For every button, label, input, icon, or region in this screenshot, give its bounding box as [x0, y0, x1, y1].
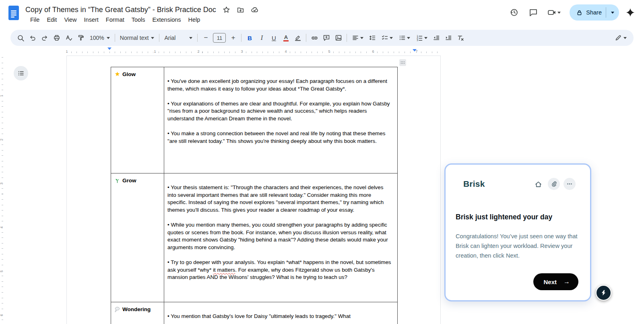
arrow-right-icon: →: [564, 278, 570, 285]
table-drag-handle[interactable]: [399, 59, 406, 66]
text-color-swatch: [283, 40, 289, 41]
insert-image-icon[interactable]: [333, 32, 344, 43]
insert-link-icon[interactable]: [309, 32, 320, 43]
add-comment-icon[interactable]: [321, 32, 332, 43]
share-dropdown[interactable]: [606, 4, 619, 21]
wondering-content-cell[interactable]: • You mention that Gatsby's love for Dai…: [164, 302, 398, 324]
document-page[interactable]: Glow • You've done an excellent job orga…: [66, 56, 441, 324]
toolbar-divider: [306, 34, 306, 42]
gemini-sparkle-icon[interactable]: [622, 4, 638, 21]
decrease-font-size-button[interactable]: −: [200, 32, 211, 43]
bulleted-list-select[interactable]: [396, 32, 413, 43]
line-spacing-icon[interactable]: [367, 32, 378, 43]
zoom-value: 100%: [90, 35, 104, 41]
menu-help[interactable]: Help: [185, 15, 204, 24]
search-menus-icon[interactable]: [15, 32, 26, 43]
print-icon[interactable]: [51, 32, 62, 43]
chevron-down-icon: [107, 37, 110, 39]
ruler-number: 6: [371, 50, 375, 54]
join-call-button[interactable]: [545, 8, 563, 17]
text-color-button[interactable]: A: [280, 32, 291, 43]
chevron-down-icon: [189, 37, 192, 39]
ruler-number: 4: [0, 225, 4, 229]
underline-button[interactable]: U: [268, 32, 279, 43]
header-actions: Share: [506, 4, 638, 21]
menubar: File Edit View Insert Format Tools Exten…: [27, 15, 204, 24]
ruler-number: 1: [153, 50, 157, 54]
paragraph: • While you mention many themes, you cou…: [167, 221, 391, 251]
increase-indent-icon[interactable]: [443, 32, 454, 43]
paragraph: • You've done an excellent job organizin…: [167, 78, 391, 93]
paragraph-style-select[interactable]: Normal text: [117, 32, 157, 43]
horizontal-ruler: 1 1 2 3 4 5 6 7: [62, 49, 445, 56]
font-size-input[interactable]: 11: [213, 33, 226, 43]
comments-icon[interactable]: [525, 4, 541, 21]
paragraph: • You make a strong connection between t…: [167, 130, 391, 145]
paragraph-style-value: Normal text: [120, 35, 149, 41]
version-history-icon[interactable]: [506, 4, 522, 21]
ruler-number: 1: [0, 94, 4, 97]
ruler-number: 6: [0, 313, 4, 317]
document-outline-button[interactable]: [14, 66, 28, 80]
next-button[interactable]: Next →: [533, 273, 578, 290]
chevron-down-icon: [407, 37, 410, 39]
bold-button[interactable]: B: [244, 32, 255, 43]
font-family-select[interactable]: Arial: [161, 32, 195, 43]
menu-tools[interactable]: Tools: [128, 15, 149, 24]
google-docs-app: Copy of Themes in “The Great Gatsby” - B…: [0, 0, 644, 324]
home-icon[interactable]: [532, 178, 544, 190]
menu-view[interactable]: View: [60, 15, 80, 24]
menu-edit[interactable]: Edit: [43, 15, 60, 24]
spelling-check-icon[interactable]: [63, 32, 74, 43]
increase-font-size-button[interactable]: +: [227, 32, 239, 43]
glow-content-cell[interactable]: • You've done an excellent job organizin…: [164, 67, 398, 173]
paint-format-icon[interactable]: [75, 32, 87, 43]
zoom-select[interactable]: 100%: [87, 32, 113, 43]
wondering-label-cell[interactable]: Wondering: [111, 302, 164, 324]
table-row-wondering: Wondering • You mention that Gatsby's lo…: [111, 302, 398, 324]
share-button[interactable]: Share: [570, 4, 619, 21]
paragraph: • You mention that Gatsby's love for Dai…: [167, 313, 391, 320]
menu-extensions[interactable]: Extensions: [149, 15, 185, 24]
move-folder-icon[interactable]: [237, 6, 244, 14]
glow-label-cell[interactable]: Glow: [111, 67, 164, 173]
brisk-body-text: Congratulations! You’ve just seen one wa…: [456, 231, 584, 260]
chevron-down-icon: [557, 12, 561, 14]
grow-label-cell[interactable]: Grow: [111, 173, 164, 302]
redo-icon[interactable]: [39, 32, 50, 43]
menu-insert[interactable]: Insert: [80, 15, 102, 24]
editing-mode-select[interactable]: [612, 32, 630, 43]
row-label: Glow: [122, 71, 136, 77]
paragraph: • Try to go deeper with your analysis. Y…: [167, 259, 391, 281]
feedback-table: Glow • You've done an excellent job orga…: [111, 67, 398, 324]
svg-text:3: 3: [417, 39, 419, 41]
undo-icon[interactable]: [27, 32, 38, 43]
clear-formatting-icon[interactable]: [455, 32, 466, 43]
docs-logo-icon[interactable]: [8, 5, 19, 22]
paragraph: • Your explanations of themes are clear …: [167, 100, 391, 123]
align-select[interactable]: [349, 32, 366, 43]
misspelling-squiggle: it matters: [213, 267, 235, 273]
menu-format[interactable]: Format: [102, 15, 128, 24]
toolbar-divider: [347, 34, 347, 42]
cloud-saved-icon[interactable]: [251, 6, 259, 14]
ruler-number: 2: [0, 138, 4, 141]
brisk-launcher-button[interactable]: [596, 285, 611, 301]
attachment-icon[interactable]: [548, 178, 560, 190]
grow-content-cell[interactable]: • Your thesis statement is: "Through the…: [164, 173, 398, 302]
checklist-select[interactable]: [378, 32, 396, 43]
menu-file[interactable]: File: [27, 15, 43, 24]
paragraph: • Your thesis statement is: "Through the…: [167, 184, 391, 214]
brisk-brand: Brisk: [463, 179, 485, 189]
highlight-color-icon[interactable]: [292, 32, 303, 43]
more-options-icon[interactable]: [564, 178, 576, 190]
decrease-indent-icon[interactable]: [431, 32, 442, 43]
italic-button[interactable]: I: [256, 32, 267, 43]
star-icon[interactable]: [223, 6, 230, 14]
document-title[interactable]: Copy of Themes in “The Great Gatsby” - B…: [25, 6, 216, 14]
ruler-number: 2: [196, 50, 200, 54]
ruler-number: 1: [65, 50, 68, 54]
numbered-list-select[interactable]: 123: [413, 32, 430, 43]
chevron-down-icon: [360, 37, 363, 39]
ruler-number: 3: [240, 50, 244, 54]
